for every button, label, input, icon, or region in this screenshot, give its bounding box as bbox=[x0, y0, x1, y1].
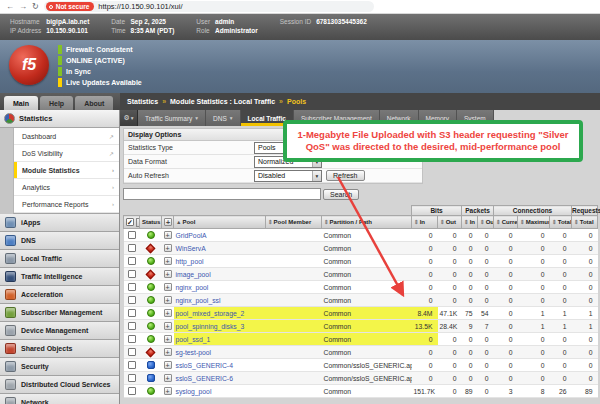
row-checkbox[interactable] bbox=[128, 361, 136, 369]
browser-forward-icon[interactable]: → bbox=[19, 3, 27, 11]
url-bar[interactable]: Not secure https://10.150.90.101/xui/ bbox=[44, 1, 374, 12]
pool-member-cell bbox=[266, 242, 322, 255]
pool-link[interactable]: pool_ssd_1 bbox=[176, 336, 211, 343]
refresh-button[interactable]: Refresh bbox=[326, 170, 365, 181]
column-header-maximum-5[interactable]: ⇕Maximum bbox=[518, 216, 550, 229]
expand-row-icon[interactable]: + bbox=[164, 374, 172, 382]
breadcrumb-item[interactable]: Module Statistics : Local Traffic bbox=[170, 98, 275, 105]
column-header-total-7[interactable]: ⇕Total bbox=[572, 216, 598, 229]
pool-link[interactable]: nginx_pool bbox=[176, 284, 209, 291]
sidebar-subitem-dos-visibility[interactable]: DoS Visibility↗ bbox=[14, 145, 119, 162]
row-checkbox[interactable] bbox=[128, 270, 136, 278]
expand-row-icon[interactable]: + bbox=[164, 322, 172, 330]
column-header-pool-member[interactable]: ⇕Pool Member bbox=[266, 216, 322, 229]
expand-row-icon[interactable]: + bbox=[164, 335, 172, 343]
expand-row-icon[interactable]: + bbox=[164, 348, 172, 356]
pool-link[interactable]: pool_spinning_disks_3 bbox=[176, 323, 245, 330]
browser-reload-icon[interactable]: ↻ bbox=[32, 3, 39, 11]
nav-tab-main[interactable]: Main bbox=[4, 96, 38, 110]
row-checkbox[interactable] bbox=[128, 296, 136, 304]
expand-row-icon[interactable]: + bbox=[164, 387, 172, 395]
column-header-pool[interactable]: ▲Pool bbox=[174, 216, 266, 229]
pool-link[interactable]: syslog_pool bbox=[176, 388, 212, 395]
sidebar-item-traffic-intelligence[interactable]: Traffic Intelligence bbox=[0, 268, 119, 286]
expand-all-icon[interactable]: + bbox=[164, 218, 172, 226]
row-checkbox[interactable] bbox=[128, 244, 136, 252]
stat-value-cell: 28.4K bbox=[438, 320, 462, 333]
row-checkbox[interactable] bbox=[128, 231, 136, 239]
column-header-out-1[interactable]: ⇕Out bbox=[438, 216, 462, 229]
pool-link[interactable]: nginx_pool_ssl bbox=[176, 297, 221, 304]
sidebar-item-distributed-cloud-services[interactable]: Distributed Cloud Services bbox=[0, 376, 119, 394]
status-available-icon bbox=[147, 335, 155, 343]
row-checkbox[interactable] bbox=[128, 283, 136, 291]
breadcrumb-item[interactable]: Statistics bbox=[127, 98, 158, 105]
not-secure-badge[interactable]: Not secure bbox=[46, 2, 95, 11]
expand-row-icon[interactable]: + bbox=[164, 361, 172, 369]
pool-link[interactable]: pool_mixed_storage_2 bbox=[176, 310, 245, 317]
row-checkbox[interactable] bbox=[128, 309, 136, 317]
row-checkbox[interactable] bbox=[128, 257, 136, 265]
expand-row-icon[interactable]: + bbox=[164, 309, 172, 317]
sidebar-item-device-management[interactable]: Device Management bbox=[0, 322, 119, 340]
expand-row-icon[interactable]: + bbox=[164, 270, 172, 278]
sidebar-subitem-performance-reports[interactable]: Performance Reports› bbox=[14, 196, 119, 213]
sidebar-item-acceleration[interactable]: Acceleration bbox=[0, 286, 119, 304]
sidebar-subitem-analytics[interactable]: Analytics› bbox=[14, 179, 119, 196]
stat-tab-traffic-summary[interactable]: Traffic Summary▾ bbox=[138, 110, 206, 126]
chevron-down-icon: ▾ bbox=[312, 171, 321, 181]
expand-row-icon[interactable]: + bbox=[164, 283, 172, 291]
pool-link[interactable]: http_pool bbox=[176, 258, 204, 265]
statistics-gear-menu[interactable]: ⚙▾ bbox=[120, 110, 138, 126]
browser-back-icon[interactable]: ← bbox=[6, 3, 14, 11]
stat-tab-dns[interactable]: DNS▾ bbox=[206, 110, 241, 126]
row-menu-icon[interactable]: ▾ bbox=[136, 218, 140, 227]
expand-row-icon[interactable]: + bbox=[164, 257, 172, 265]
stat-value-cell: 0 bbox=[494, 268, 518, 281]
column-header-total-6[interactable]: ⇕Total bbox=[550, 216, 572, 229]
row-checkbox[interactable] bbox=[128, 335, 136, 343]
sidebar-item-dns[interactable]: DNS bbox=[0, 232, 119, 250]
row-checkbox[interactable] bbox=[128, 387, 136, 395]
pool-link[interactable]: ssloS_GENERIC-6 bbox=[176, 375, 233, 382]
pool-link[interactable]: WinServA bbox=[176, 245, 206, 252]
expand-row-icon[interactable]: + bbox=[164, 296, 172, 304]
nav-tab-help[interactable]: Help bbox=[40, 96, 73, 110]
pool-link[interactable]: GridPoolA bbox=[176, 232, 207, 239]
table-row: +pool_mixed_storage_2Common8.4M47.1K7554… bbox=[124, 307, 598, 320]
stat-value-cell: 0 bbox=[438, 242, 462, 255]
expand-row-icon[interactable]: + bbox=[164, 244, 172, 252]
row-checkbox[interactable] bbox=[128, 374, 136, 382]
sidebar-subitem-dashboard[interactable]: Dashboard↗ bbox=[14, 128, 119, 145]
row-checkbox[interactable] bbox=[128, 322, 136, 330]
pool-link[interactable]: ssloS_GENERIC-4 bbox=[176, 362, 233, 369]
stat-value-cell: 7 bbox=[478, 320, 494, 333]
nav-tab-about[interactable]: About bbox=[75, 96, 113, 110]
stat-value-cell: 0 bbox=[518, 294, 550, 307]
select-all-checkbox[interactable]: ✓ bbox=[126, 218, 134, 226]
column-header-in-2[interactable]: ⇕In bbox=[462, 216, 478, 229]
sidebar-item-network[interactable]: Network bbox=[0, 394, 119, 404]
row-expand-cell: + bbox=[162, 294, 174, 307]
expand-row-icon[interactable]: + bbox=[164, 231, 172, 239]
sidebar-item-iapps[interactable]: iApps bbox=[0, 214, 119, 232]
stat-value-cell: 0 bbox=[412, 242, 438, 255]
column-header-current-4[interactable]: ⇕Current bbox=[494, 216, 518, 229]
search-input[interactable] bbox=[123, 188, 321, 200]
local-traffic-icon bbox=[5, 253, 16, 264]
pool-link[interactable]: sg-test-pool bbox=[176, 349, 212, 356]
sidebar-item-local-traffic[interactable]: Local Traffic bbox=[0, 250, 119, 268]
sidebar-item-statistics[interactable]: Statistics bbox=[0, 110, 119, 128]
column-header-status[interactable]: Status bbox=[140, 216, 162, 229]
search-button[interactable]: Search bbox=[323, 189, 359, 200]
row-checkbox[interactable] bbox=[128, 348, 136, 356]
pool-link[interactable]: image_pool bbox=[176, 271, 211, 278]
column-header-out-3[interactable]: ⇕Out bbox=[478, 216, 494, 229]
column-header-in-0[interactable]: ⇕In bbox=[412, 216, 438, 229]
column-header-partition-path[interactable]: ⇕Partition / Path bbox=[322, 216, 412, 229]
sidebar-item-security[interactable]: Security bbox=[0, 358, 119, 376]
sidebar-item-shared-objects[interactable]: Shared Objects bbox=[0, 340, 119, 358]
sidebar-item-subscriber-management[interactable]: Subscriber Management bbox=[0, 304, 119, 322]
auto-refresh-select[interactable]: Disabled▾ bbox=[254, 170, 322, 182]
sidebar-subitem-module-statistics[interactable]: Module Statistics› bbox=[14, 162, 119, 179]
